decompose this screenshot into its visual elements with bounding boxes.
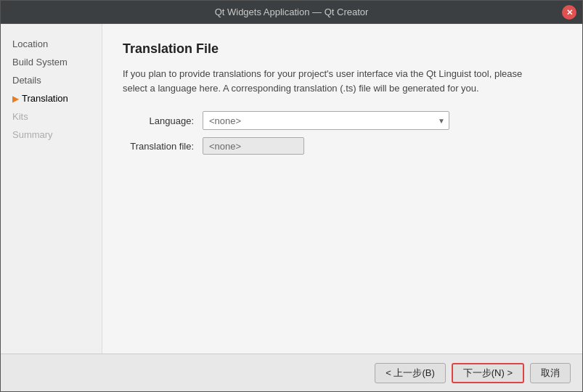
language-row: Language: <none> ▼: [123, 111, 562, 130]
title-bar: Qt Widgets Application — Qt Creator ✕: [1, 1, 582, 24]
sidebar-item-build-system-label: Build System: [12, 57, 68, 68]
language-select-wrapper: <none> ▼: [203, 111, 449, 130]
page-title: Translation File: [123, 41, 562, 57]
translation-file-input[interactable]: [203, 137, 304, 155]
sidebar-item-details[interactable]: Details: [7, 72, 96, 89]
sidebar-item-summary: Summary: [7, 126, 96, 143]
translation-file-row: Translation file:: [123, 137, 562, 155]
sidebar-item-build-system[interactable]: Build System: [7, 54, 96, 70]
language-select[interactable]: <none>: [203, 111, 449, 130]
main-body: Location Build System Details ▶ Translat…: [1, 24, 582, 354]
sidebar-item-details-label: Details: [12, 75, 41, 86]
cancel-button[interactable]: 取消: [530, 363, 571, 383]
footer: < 上一步(B) 下一步(N) > 取消: [1, 354, 582, 391]
sidebar-item-kits-label: Kits: [12, 111, 28, 122]
window-title: Qt Widgets Application — Qt Creator: [215, 7, 369, 17]
main-window: Qt Widgets Application — Qt Creator ✕ Lo…: [0, 0, 583, 392]
close-button[interactable]: ✕: [562, 5, 576, 20]
sidebar-item-kits: Kits: [7, 108, 96, 125]
sidebar-item-location[interactable]: Location: [7, 36, 96, 52]
sidebar-item-summary-label: Summary: [12, 129, 53, 140]
description-text: If you plan to provide translations for …: [123, 67, 529, 95]
translation-file-label: Translation file:: [123, 141, 203, 152]
language-label: Language:: [123, 115, 203, 126]
sidebar-item-translation[interactable]: ▶ Translation: [7, 90, 96, 107]
content-area: Translation File If you plan to provide …: [102, 24, 582, 354]
sidebar: Location Build System Details ▶ Translat…: [1, 24, 102, 354]
active-arrow-icon: ▶: [12, 94, 19, 104]
sidebar-item-location-label: Location: [12, 38, 48, 49]
back-button[interactable]: < 上一步(B): [375, 363, 446, 383]
sidebar-item-translation-label: Translation: [22, 93, 68, 104]
next-button[interactable]: 下一步(N) >: [452, 363, 524, 383]
